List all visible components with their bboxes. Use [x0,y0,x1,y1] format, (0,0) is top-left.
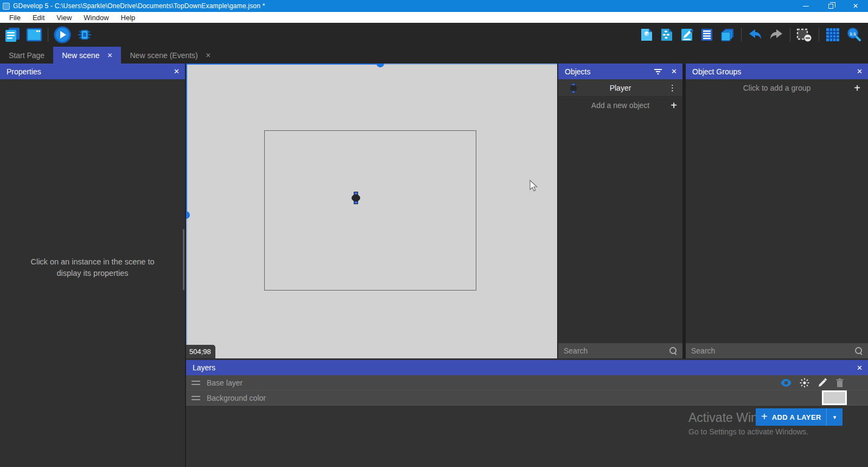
zoom-original-icon[interactable]: 1:1 [846,27,861,42]
project-manager-icon[interactable] [4,27,21,43]
menu-bar: File Edit View Window Help [0,12,868,23]
vertical-scroll-thumb[interactable] [186,211,190,219]
svg-text:1:1: 1:1 [850,31,856,36]
visibility-eye-icon[interactable] [781,378,792,387]
add-layer-dropdown[interactable]: ▾ [826,408,843,426]
cursor-coordinates-badge: 504;98 [186,345,215,358]
tab-close-icon[interactable]: ✕ [107,52,112,59]
toolbar-separator [790,28,790,42]
minimize-button[interactable] [793,0,818,12]
editor-tabs: Start Page New scene ✕ New scene (Events… [0,47,868,64]
close-icon[interactable]: ✕ [174,67,180,75]
tab-new-scene[interactable]: New scene ✕ [53,47,121,64]
close-icon: ✕ [853,3,858,9]
window-controls: ✕ [793,0,868,12]
title-bar: GDevelop 5 - C:\Users\Sparkle\OneDrive\D… [0,0,868,12]
close-button[interactable]: ✕ [843,0,868,12]
minimize-icon [803,6,809,7]
tab-close-icon[interactable]: ✕ [206,52,211,59]
object-groups-header: Object Groups ✕ [686,64,868,79]
properties-empty-message: Click on an instance in the scene to dis… [0,256,185,279]
window-title: GDevelop 5 - C:\Users\Sparkle\OneDrive\D… [13,2,265,10]
start-page-icon[interactable] [26,27,42,43]
objects-search-input[interactable] [564,346,669,355]
grid-icon[interactable] [825,27,840,42]
tab-label: New scene (Events) [130,51,197,60]
open-layers-panel-icon[interactable] [720,27,735,42]
toolbar-left [4,23,93,47]
horizontal-scroll-thumb[interactable] [376,64,384,67]
add-object-row[interactable]: Add a new object + [558,97,682,114]
edit-layer-pencil-icon[interactable] [818,378,827,388]
open-instances-list-icon[interactable] [700,28,714,42]
open-objects-panel-icon[interactable] [640,28,654,42]
add-object-label: Add a new object [591,101,649,110]
objects-header: Objects ✕ [558,64,682,79]
toolbar-separator [741,28,742,42]
properties-header: Properties ✕ [0,64,185,79]
scene-canvas[interactable]: 504;98 [186,64,557,358]
properties-panel: Properties ✕ Click on an instance in the… [0,64,185,467]
vertical-scroll-track[interactable] [186,215,187,358]
more-options-icon[interactable]: ⋮ [668,83,677,93]
add-layer-button[interactable]: + ADD A LAYER ▾ [756,408,843,426]
open-properties-panel-icon[interactable] [680,28,694,42]
add-icon: + [756,411,772,424]
background-color-swatch[interactable] [822,390,847,405]
mouse-cursor [529,180,540,193]
vertical-scroll-line[interactable] [186,64,187,215]
menu-window[interactable]: Window [78,14,114,22]
watermark-subtitle: Go to Settings to activate Windows. [688,427,808,436]
layers-panel: Layers ✕ Base layer Background color Act… [186,359,868,467]
menu-view[interactable]: View [50,14,78,22]
horizontal-scroll-line[interactable] [186,64,380,65]
add-icon: + [671,100,677,111]
add-icon: + [854,83,860,93]
add-layer-label: ADD A LAYER [772,413,826,421]
object-groups-panel: Object Groups ✕ Click to add a group + [686,64,868,358]
menu-edit[interactable]: Edit [27,14,50,22]
layer-name: Background color [207,394,266,402]
open-object-groups-panel-icon[interactable] [660,28,674,42]
object-row-player[interactable]: Player ⋮ [558,79,682,97]
tab-new-scene-events[interactable]: New scene (Events) ✕ [121,47,219,64]
close-icon[interactable]: ✕ [671,67,677,75]
restore-icon [828,4,833,9]
player-instance[interactable] [352,192,360,204]
filter-icon[interactable] [654,69,662,74]
drag-handle-icon[interactable] [192,396,200,400]
restore-button[interactable] [818,0,843,12]
clear-selection-icon[interactable] [796,27,813,42]
tab-start-page[interactable]: Start Page [0,47,53,64]
toolbar-separator [819,28,819,42]
object-groups-title: Object Groups [692,67,741,76]
toolbar: 1:1 [0,23,868,47]
layer-row-background-color[interactable]: Background color [186,390,868,406]
layer-row-base[interactable]: Base layer [186,375,868,390]
tab-label: New scene [62,51,99,60]
object-groups-search-bar [686,343,868,358]
horizontal-scroll-track[interactable] [380,64,557,65]
layers-header: Layers ✕ [186,360,868,375]
properties-scrollbar[interactable] [183,229,184,290]
debug-icon[interactable] [76,27,93,43]
object-groups-search-input[interactable] [691,346,855,355]
add-group-row[interactable]: Click to add a group + [686,79,868,97]
search-icon [669,347,677,355]
properties-title: Properties [7,67,41,76]
delete-layer-trash-icon[interactable] [835,378,844,388]
layer-actions [781,375,844,390]
close-icon[interactable]: ✕ [857,67,863,75]
drag-handle-icon[interactable] [192,381,200,385]
layer-effects-icon[interactable] [800,378,809,388]
menu-help[interactable]: Help [115,14,142,22]
undo-icon[interactable] [748,28,763,42]
toolbar-separator [48,28,48,42]
objects-title: Objects [565,67,590,76]
menu-file[interactable]: File [3,14,27,22]
object-name: Player [610,84,631,92]
add-group-label: Click to add a group [743,84,811,92]
redo-icon[interactable] [769,28,784,42]
close-icon[interactable]: ✕ [857,364,863,372]
preview-play-icon[interactable] [54,26,71,43]
